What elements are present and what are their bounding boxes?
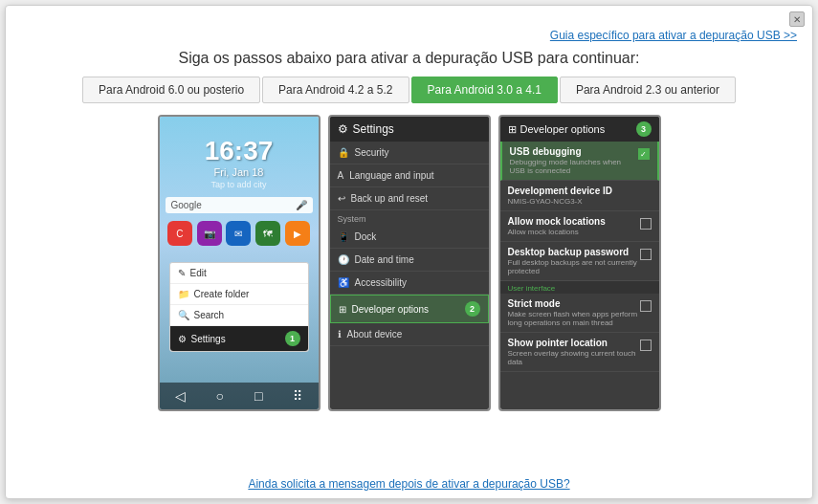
phone1-time: 16:37 xyxy=(160,117,319,166)
dev-options-header: ⊞ Developer options 3 xyxy=(500,117,659,142)
google-label: Google xyxy=(171,200,202,210)
search-icon: 🔍 xyxy=(178,310,189,320)
about-label: About device xyxy=(347,329,403,340)
app-icon-camera: 📷 xyxy=(197,221,222,246)
app-icons-row: C 📷 ✉ 🗺 ▶ xyxy=(160,217,319,250)
ctx-edit-label: Edit xyxy=(190,268,207,278)
settings-security[interactable]: 🔒 Security xyxy=(330,142,489,164)
apps-grid-icon: ⠿ xyxy=(293,388,302,404)
backup-icon: ↩ xyxy=(338,193,345,204)
settings-language[interactable]: A Language and input xyxy=(330,164,489,187)
title-bar: ✕ xyxy=(6,6,812,29)
home-nav-icon: ○ xyxy=(216,388,224,404)
dev-mock-locations[interactable]: Allow mock locations Allow mock location… xyxy=(500,211,659,242)
app-icon-cnet: C xyxy=(167,221,192,246)
app-icon-maps: 🗺 xyxy=(255,221,280,246)
usb-debug-checkbox[interactable]: ✓ xyxy=(638,148,650,160)
settings-backup[interactable]: ↩ Back up and reset xyxy=(330,187,489,210)
tab-android-4[interactable]: Para Android 4.2 a 5.2 xyxy=(262,77,409,103)
backup-pw-title: Desktop backup password xyxy=(508,247,640,257)
app-icon-mail: ✉ xyxy=(226,221,251,246)
step-badge-2: 2 xyxy=(465,301,480,317)
pointer-loc-title: Show pointer location xyxy=(508,338,640,348)
ui-section-label: User interface xyxy=(500,281,659,294)
lock-icon: 🔒 xyxy=(338,147,349,158)
dock-icon: 📱 xyxy=(338,231,349,242)
info-icon: ℹ xyxy=(338,329,342,340)
phone1-tap: Tap to add city xyxy=(160,180,319,189)
ctx-search[interactable]: 🔍 Search xyxy=(170,305,308,326)
ctx-create-folder[interactable]: 📁 Create folder xyxy=(170,284,308,305)
edit-icon: ✎ xyxy=(178,268,186,278)
gear-icon: ⚙ xyxy=(178,334,187,344)
developer-icon: ⊞ xyxy=(339,304,346,315)
datetime-label: Date and time xyxy=(355,254,414,265)
pointer-loc-sub: Screen overlay showing current touch dat… xyxy=(508,349,640,366)
close-button[interactable]: ✕ xyxy=(789,11,805,27)
usb-debug-sub: Debugging mode launches when USB is conn… xyxy=(510,158,638,175)
backup-label: Back up and reset xyxy=(351,193,429,204)
strict-mode-title: Strict mode xyxy=(508,298,640,309)
dev-device-id: Development device ID NMIS-GYAO-NCG3-X xyxy=(500,181,659,211)
phone-screen-2: ⚙ Settings 🔒 Security A Language and inp… xyxy=(328,115,491,411)
settings-accessibility[interactable]: ♿ Accessibility xyxy=(330,272,489,295)
language-icon: A xyxy=(338,170,344,181)
security-label: Security xyxy=(355,147,389,158)
google-search-bar: Google 🎤 xyxy=(166,197,313,213)
tab-android-3[interactable]: Para Android 3.0 a 4.1 xyxy=(411,77,558,103)
dev-strict-mode[interactable]: Strict mode Make screen flash when apps … xyxy=(500,294,659,333)
back-nav-icon: ◁ xyxy=(175,388,186,404)
settings-datetime[interactable]: 🕐 Date and time xyxy=(330,249,489,272)
device-id-sub: NMIS-GYAO-NCG3-X xyxy=(508,197,652,206)
ctx-settings[interactable]: ⚙ Settings 1 xyxy=(170,326,308,351)
developer-header-icon: ⊞ xyxy=(508,123,517,136)
top-link-area: Guia específico para ativar a depuração … xyxy=(6,29,812,46)
dev-backup-password[interactable]: Desktop backup password Full desktop bac… xyxy=(500,242,659,281)
still-asking-link[interactable]: Ainda solicita a mensagem depois de ativ… xyxy=(248,477,569,491)
system-section-label: System xyxy=(330,210,489,226)
gear-settings-icon: ⚙ xyxy=(338,122,348,136)
mock-loc-sub: Allow mock locations xyxy=(508,228,606,236)
pointer-loc-checkbox[interactable] xyxy=(640,340,652,351)
clock-icon: 🕐 xyxy=(338,254,349,265)
accessibility-label: Accessibility xyxy=(355,277,407,288)
mock-loc-checkbox[interactable] xyxy=(640,218,652,230)
backup-pw-checkbox[interactable] xyxy=(640,249,652,260)
accessibility-icon: ♿ xyxy=(338,277,349,288)
step-badge-1: 1 xyxy=(285,331,300,346)
step-badge-3: 3 xyxy=(636,121,652,137)
dock-label: Dock xyxy=(355,231,377,242)
bottom-link-area: Ainda solicita a mensagem depois de ativ… xyxy=(6,470,812,498)
bottom-nav-bar: ◁ ○ □ ⠿ xyxy=(160,383,319,409)
context-menu: ✎ Edit 📁 Create folder 🔍 Search ⚙ Settin… xyxy=(169,262,309,352)
mic-icon: 🎤 xyxy=(296,200,307,210)
strict-mode-checkbox[interactable] xyxy=(640,300,652,312)
backup-pw-sub: Full desktop backups are not currently p… xyxy=(508,258,640,275)
settings-developer-options[interactable]: ⊞ Developer options 2 xyxy=(330,295,489,323)
screenshots-area: 16:37 Fri, Jan 18 Tap to add city Google… xyxy=(6,115,812,470)
developer-label: Developer options xyxy=(352,304,430,315)
phone-screen-1: 16:37 Fri, Jan 18 Tap to add city Google… xyxy=(158,115,321,411)
phone1-date: Fri, Jan 18 xyxy=(160,166,319,178)
tab-android-6[interactable]: Para Android 6.0 ou posterio xyxy=(82,77,260,103)
device-id-title: Development device ID xyxy=(508,186,652,196)
dev-usb-debugging[interactable]: USB debugging Debugging mode launches wh… xyxy=(500,142,659,181)
usb-guide-link[interactable]: Guia específico para ativar a depuração … xyxy=(550,29,797,42)
main-title: Siga os passos abaixo para ativar a depu… xyxy=(6,46,812,77)
settings-dock[interactable]: 📱 Dock xyxy=(330,226,489,249)
main-window: ✕ Guia específico para ativar a depuraçã… xyxy=(5,5,813,499)
usb-debug-title: USB debugging xyxy=(510,146,638,157)
ctx-search-label: Search xyxy=(194,310,225,320)
language-label: Language and input xyxy=(349,170,433,181)
settings-header: ⚙ Settings xyxy=(330,117,489,142)
settings-about[interactable]: ℹ About device xyxy=(330,323,489,346)
tabs-container: Para Android 6.0 ou posterio Para Androi… xyxy=(6,77,812,115)
strict-mode-sub: Make screen flash when apps perform long… xyxy=(508,310,640,327)
dev-pointer-location[interactable]: Show pointer location Screen overlay sho… xyxy=(500,333,659,372)
recent-nav-icon: □ xyxy=(254,388,262,404)
ctx-settings-label: Settings xyxy=(191,334,226,344)
app-icon-store: ▶ xyxy=(285,221,310,246)
ctx-edit[interactable]: ✎ Edit xyxy=(170,263,308,284)
dev-header-title: Developer options xyxy=(520,123,606,135)
tab-android-2[interactable]: Para Android 2.3 ou anterior xyxy=(560,77,736,103)
